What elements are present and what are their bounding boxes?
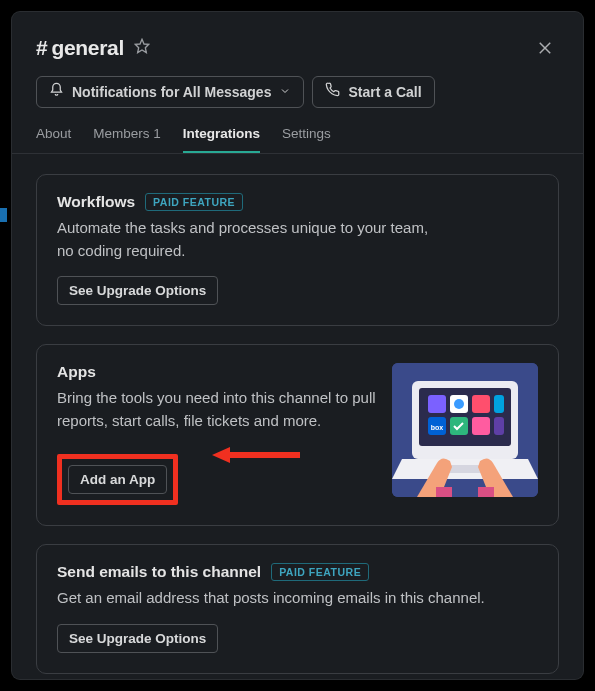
modal-header: #general Notifications for All Messages [12, 12, 583, 108]
emails-card: Send emails to this channel PAID FEATURE… [36, 544, 559, 674]
add-an-app-button[interactable]: Add an App [68, 465, 167, 494]
notifications-button[interactable]: Notifications for All Messages [36, 76, 304, 108]
svg-rect-10 [494, 395, 504, 413]
emails-title: Send emails to this channel [57, 563, 261, 581]
apps-illustration: box [392, 363, 538, 497]
channel-details-modal: #general Notifications for All Messages [12, 12, 583, 679]
workflows-title: Workflows [57, 193, 135, 211]
apps-card: Apps Bring the tools you need into this … [36, 344, 559, 526]
paid-feature-badge: PAID FEATURE [271, 563, 369, 581]
start-call-button[interactable]: Start a Call [312, 76, 434, 108]
workflows-desc: Automate the tasks and processes unique … [57, 217, 437, 262]
svg-rect-15 [494, 417, 504, 435]
close-button[interactable] [531, 34, 559, 62]
apps-title: Apps [57, 363, 96, 381]
tab-members[interactable]: Members 1 [93, 126, 161, 153]
svg-rect-9 [472, 395, 490, 413]
background-accent [0, 208, 7, 222]
see-upgrade-options-button[interactable]: See Upgrade Options [57, 276, 218, 305]
tabs: About Members 1 Integrations Settings [12, 126, 583, 154]
notifications-label: Notifications for All Messages [72, 82, 271, 102]
chevron-down-icon [279, 82, 291, 102]
bell-icon [49, 82, 64, 102]
channel-name: general [51, 36, 124, 60]
start-call-label: Start a Call [348, 82, 421, 102]
highlight-annotation: Add an App [57, 454, 178, 505]
svg-text:box: box [431, 424, 444, 431]
emails-desc: Get an email address that posts incoming… [57, 587, 517, 610]
phone-icon [325, 82, 340, 102]
svg-rect-14 [472, 417, 490, 435]
paid-feature-badge: PAID FEATURE [145, 193, 243, 211]
tab-settings[interactable]: Settings [282, 126, 331, 153]
svg-rect-6 [428, 395, 446, 413]
see-upgrade-options-button[interactable]: See Upgrade Options [57, 624, 218, 653]
svg-rect-18 [436, 487, 452, 497]
workflows-card: Workflows PAID FEATURE Automate the task… [36, 174, 559, 326]
svg-rect-19 [478, 487, 494, 497]
svg-rect-17 [447, 465, 483, 473]
svg-point-8 [454, 399, 464, 409]
apps-desc: Bring the tools you need into this chann… [57, 387, 380, 432]
star-icon[interactable] [134, 38, 150, 58]
channel-title: #general [36, 36, 124, 60]
tab-integrations[interactable]: Integrations [183, 126, 260, 153]
svg-marker-0 [135, 39, 148, 52]
hash-icon: # [36, 36, 47, 60]
tab-about[interactable]: About [36, 126, 71, 153]
integrations-body: Workflows PAID FEATURE Automate the task… [12, 154, 583, 691]
